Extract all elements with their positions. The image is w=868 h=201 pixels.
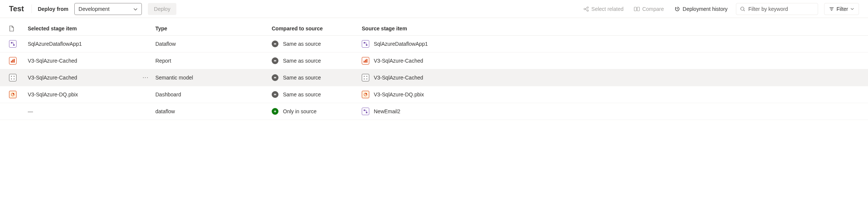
svg-rect-44: [364, 110, 365, 111]
row-icon-cell: [9, 74, 28, 81]
dataflow-icon: [362, 40, 369, 48]
svg-point-28: [11, 76, 12, 76]
row-compared-cell: Same as source: [272, 57, 362, 64]
filter-button[interactable]: Filter: [824, 3, 859, 15]
selected-item-name: V3-SqlAzure-Cached: [28, 58, 152, 64]
svg-rect-22: [14, 59, 15, 63]
svg-line-10: [744, 10, 745, 11]
row-icon-cell: [9, 91, 28, 98]
dashboard-icon: [9, 91, 17, 98]
compare-action: Compare: [632, 4, 666, 14]
row-compared-cell: Only in source: [272, 108, 362, 115]
svg-point-0: [584, 8, 585, 10]
source-item-name: SqlAzureDataflowApp1: [374, 41, 428, 47]
row-source-cell: SqlAzureDataflowApp1: [362, 40, 859, 48]
table-header: Selected stage item Type Compared to sou…: [0, 18, 868, 36]
row-selected-cell: V3-SqlAzure-DQ.pbix: [28, 92, 155, 98]
row-type-cell: Semantic model: [155, 75, 272, 81]
svg-point-29: [14, 76, 14, 76]
toolbar-right: Select related Compare Deployment histor…: [581, 3, 859, 15]
row-compared-cell: Same as source: [272, 40, 362, 47]
source-item-name: V3-SqlAzure-Cached: [374, 58, 423, 64]
toolbar: Test Deploy from Development Deploy Sele…: [0, 0, 868, 18]
source-item-name: V3-SqlAzure-DQ.pbix: [374, 92, 424, 98]
table-row[interactable]: V3-SqlAzure-Cached Report Same as source…: [0, 52, 868, 69]
table-row[interactable]: SqlAzureDataflowApp1 Dataflow Same as so…: [0, 36, 868, 52]
filter-icon: [829, 6, 834, 12]
svg-rect-19: [366, 44, 367, 46]
compare-icon: [634, 6, 640, 12]
search-icon: [740, 6, 745, 12]
deployment-history-action[interactable]: Deployment history: [672, 4, 730, 14]
report-icon: [362, 57, 369, 64]
row-selected-cell: V3-SqlAzure-Cached···: [28, 74, 155, 81]
row-selected-cell: —: [28, 108, 155, 114]
table-row[interactable]: — dataflow Only in source NewEmail2: [0, 103, 868, 120]
table-row[interactable]: V3-SqlAzure-DQ.pbix Dashboard Same as so…: [0, 86, 868, 103]
svg-rect-20: [11, 61, 12, 63]
page-title: Test: [9, 4, 32, 13]
row-selected-cell: SqlAzureDataflowApp1: [28, 41, 155, 47]
row-compared-cell: Same as source: [272, 74, 362, 81]
svg-rect-18: [364, 42, 365, 44]
source-item-name: NewEmail2: [374, 108, 400, 114]
svg-rect-15: [13, 44, 15, 46]
more-options-button[interactable]: ···: [140, 74, 152, 81]
svg-line-4: [585, 9, 587, 10]
svg-point-1: [587, 7, 588, 8]
svg-rect-6: [637, 7, 639, 11]
svg-point-9: [741, 7, 744, 10]
selected-item-name: V3-SqlAzure-Cached: [28, 75, 140, 81]
chevron-down-icon: [133, 7, 138, 11]
same-badge-icon: [272, 40, 278, 47]
history-icon: [674, 6, 680, 12]
deploy-button[interactable]: Deploy: [148, 3, 176, 15]
svg-rect-26: [365, 60, 366, 63]
same-badge-icon: [272, 74, 278, 81]
svg-line-8: [677, 9, 678, 9]
deploy-from-value: Development: [78, 6, 110, 12]
row-icon-cell: [9, 40, 28, 48]
report-icon: [9, 57, 17, 64]
svg-point-34: [364, 76, 364, 76]
share-icon: [583, 6, 589, 12]
select-related-action: Select related: [581, 4, 626, 14]
items-table: Selected stage item Type Compared to sou…: [0, 18, 868, 120]
compared-text: Same as source: [283, 92, 321, 98]
header-compared[interactable]: Compared to source: [272, 26, 362, 32]
search-input[interactable]: [748, 6, 814, 12]
svg-rect-5: [634, 7, 636, 11]
compared-text: Same as source: [283, 41, 321, 47]
row-selected-cell: V3-SqlAzure-Cached: [28, 58, 155, 64]
compared-text: Same as source: [283, 58, 321, 64]
semantic-icon: [9, 74, 17, 81]
compared-text: Same as source: [283, 75, 321, 81]
header-type[interactable]: Type: [155, 26, 272, 32]
row-source-cell: V3-SqlAzure-Cached: [362, 74, 859, 81]
table-row[interactable]: V3-SqlAzure-Cached··· Semantic model Sam…: [0, 69, 868, 86]
header-source[interactable]: Source stage item: [362, 26, 859, 32]
row-type-cell: Report: [155, 58, 272, 64]
svg-rect-14: [11, 42, 12, 44]
semantic-icon: [362, 74, 369, 81]
chevron-down-icon: [850, 7, 854, 11]
svg-point-2: [587, 10, 588, 11]
only-badge-icon: [272, 108, 278, 115]
row-type-cell: dataflow: [155, 108, 272, 114]
svg-line-3: [585, 8, 587, 9]
row-type-cell: Dashboard: [155, 92, 272, 98]
dataflow-icon: [9, 40, 17, 48]
svg-point-36: [364, 78, 364, 79]
row-source-cell: V3-SqlAzure-DQ.pbix: [362, 91, 859, 98]
selected-item-name: SqlAzureDataflowApp1: [28, 41, 152, 47]
empty-indicator: —: [28, 108, 33, 114]
deploy-from-dropdown[interactable]: Development: [74, 3, 142, 15]
header-selected[interactable]: Selected stage item: [28, 26, 155, 32]
table-body: SqlAzureDataflowApp1 Dataflow Same as so…: [0, 36, 868, 120]
svg-rect-25: [364, 61, 365, 63]
search-box[interactable]: [736, 3, 818, 15]
row-source-cell: NewEmail2: [362, 108, 859, 115]
svg-rect-27: [367, 59, 368, 63]
filter-label: Filter: [836, 6, 848, 12]
svg-rect-45: [366, 112, 367, 113]
